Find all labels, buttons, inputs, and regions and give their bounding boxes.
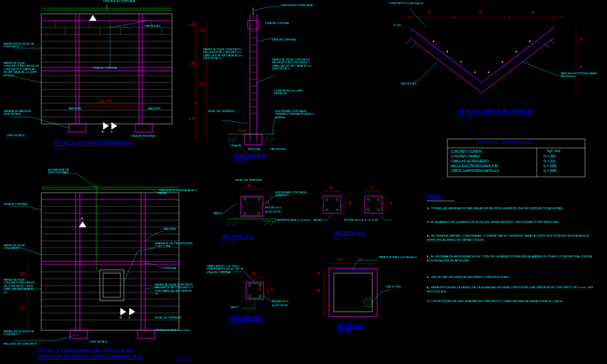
title-cc: SECCION C-C [222, 234, 253, 239]
svg-point-117 [249, 295, 251, 297]
dim-15ee: .15 [370, 186, 374, 189]
lbl-pared-bloque-conc: PARED DE BLOQUE DE CONCRETO [3, 330, 38, 336]
lbl-vernota3a: (VER NOTA 3) [7, 134, 25, 137]
detail-cuneta [399, 8, 576, 93]
svg-point-143 [433, 41, 434, 42]
svg-line-112 [270, 222, 274, 225]
tbl-unit: Kgf / cm2 [547, 149, 560, 154]
lbl-encofrar: ENCOFRAR CONTRA EL TERRENO PIEDRA PICADA… [275, 110, 318, 119]
esc-cc: ESC: 1/20 [222, 241, 236, 244]
svg-rect-29 [69, 124, 86, 132]
mat2v: f'c = 210 [544, 160, 555, 164]
dim-14b: .14 [530, 11, 534, 14]
dim-075: 0.75 [19, 306, 25, 310]
detail-2 [324, 260, 391, 317]
svg-marker-34 [89, 15, 96, 21]
lbl-piedra-b: PIEDRA PICADA #1 e=5cms [155, 329, 196, 332]
nota2: 2.- EL ACABADO DE LA PARED DE BLOQUES SE… [427, 220, 599, 224]
svg-marker-99 [129, 308, 135, 315]
svg-point-127 [337, 209, 339, 211]
nota7-text: LOS BLOQUES SE RELLENARAN EN CONCRETO Y … [431, 299, 564, 303]
lbl-4phi2: 4Ø1/2" [231, 306, 239, 309]
lbl-viga-riostra: VIGA DE RIOSTRA [131, 135, 155, 138]
esc-cuneta: ESC: 1/30 [458, 116, 472, 119]
svg-point-144 [447, 51, 448, 52]
lbl-4phi3: 4Ø5/8" [313, 219, 321, 222]
lbl-pared-desc: PARED BLOQUE CONCRETO RELLENOS DE CONCRE… [3, 62, 39, 77]
svg-point-140 [364, 299, 372, 307]
lbl-machon-r: MACHON [148, 107, 160, 110]
lbl-cuneta: CUNETA DE 5cm (VER DETALLE) [274, 89, 312, 96]
nota2-text: EL ACABADO DE LA PARED DE BLOQUES SERA D… [431, 220, 560, 224]
lbl-4phi: 4Ø1/2" [213, 212, 222, 215]
dim-20ee: .20 [328, 186, 332, 189]
esc-det2: ESC: 1/20 [337, 330, 352, 334]
esc-dd: ESC: 1/20 [231, 322, 245, 325]
dim-300-bb: 3.00 [200, 83, 206, 86]
nota5: 5.- VER NOTAS DE ESPECIFICACIONES CONSTR… [427, 275, 599, 279]
mat5: TUBOS CARPINTERIA METALICA [451, 169, 499, 174]
lbl-pared-bloque2: PARED BLOQUE CONCRETO [3, 244, 38, 250]
svg-point-105 [258, 199, 260, 201]
svg-point-148 [502, 61, 503, 63]
lbl-cerca: CERCA ELECTRIFICADA [103, 0, 135, 3]
svg-point-106 [244, 213, 246, 215]
lbl-est2: EST.Ø6.2mm. [265, 206, 299, 209]
nota3-text: SE DEBERA LIMPIAR, CONFORMAR Y COMPACTAR… [427, 234, 589, 242]
lbl-est4: EST.Ø6.2mm.@ 0.75 / 0.30 [344, 219, 406, 222]
nota6: 6.- PARA PROTEGER LA PARED DE LA HUMEDAD… [427, 286, 599, 293]
lbl-gabinete: GABINETE DE PROTECCION Y LECTURA [155, 242, 193, 248]
flag-D: D [120, 317, 122, 319]
title-machon: DETALLE DE MACHON DEL MODULO DE [38, 348, 132, 353]
dim-05dd: .05 [257, 288, 261, 291]
svg-line-152 [412, 44, 416, 48]
dim-14a: .14 [427, 11, 431, 14]
dim-20cc: .20 [246, 184, 251, 188]
lbl-encofrar2: ENCOFRAR CONTRA EL TERRENO [275, 191, 313, 197]
svg-rect-137 [329, 268, 377, 317]
svg-point-130 [378, 199, 380, 201]
section-e-e [318, 191, 392, 220]
section-b-b [194, 7, 286, 144]
lbl-viga-corona4: VIGA DE CORONA [272, 39, 296, 41]
nota1: 1.- TODAS LAS MEDIDAS ESTAN DADAS EN MET… [427, 206, 599, 211]
svg-rect-96 [138, 330, 155, 339]
mat3: CABILLAS DE REFUERZO [451, 160, 489, 164]
flag-C: C [111, 131, 113, 133]
svg-rect-128 [365, 196, 382, 213]
svg-line-58 [270, 138, 274, 142]
dim-050b-bb: 0.50 [189, 117, 195, 120]
flag-B: B [102, 131, 104, 133]
flag-C2: C [129, 317, 131, 319]
svg-line-111 [265, 222, 268, 225]
svg-point-107 [258, 213, 260, 215]
svg-point-118 [259, 295, 262, 297]
title-det2: DETALLE 2 [337, 323, 363, 328]
dim-300: 3.00 (TIP) [98, 100, 112, 103]
svg-rect-52 [248, 21, 259, 29]
dim-080-bb: 0.80 [200, 29, 206, 32]
mat3v: fy = 4200 [544, 164, 557, 169]
lbl-zapata: ZAPATA DE MACHON (VER NOTA 3) [3, 110, 36, 116]
svg-point-116 [259, 285, 262, 287]
detail-machon-modulo [11, 173, 179, 341]
nota3: 3.- SE DEBERA LIMPIAR, CONFORMAR Y COMPA… [427, 234, 599, 242]
esc-ee: ESC: 1/20 [334, 237, 348, 241]
svg-rect-123 [323, 196, 341, 213]
lbl-pared-bloque: PARED DE BLOQUE DE CONCRETO [3, 43, 39, 49]
dim-20ee2: .20 [347, 202, 351, 205]
title-dd: SECCION D-D [231, 315, 262, 320]
lbl-nivel-terr: NIVEL DE TERRENO [208, 110, 235, 113]
title-bb: SECCION B-B [234, 153, 266, 158]
svg-line-55 [227, 138, 231, 142]
dim-100: 1.00 [19, 272, 25, 275]
lbl-machon: MACHON [69, 107, 81, 110]
nota1-text: TODAS LAS MEDIDAS ESTAN DADAS EN METROS,… [431, 206, 564, 210]
lbl-riostra2: RIOSTRA [248, 148, 260, 151]
svg-rect-91 [103, 273, 120, 297]
lbl-vernota3c: VER NOTA 3 [270, 148, 286, 151]
svg-marker-35 [103, 122, 109, 129]
lbl-est3b: @.05/.10/.05 [272, 304, 303, 307]
nota6-text: PARA PROTEGER LA PARED DE LA HUMEDAD SE … [427, 286, 593, 293]
mat4: MALLA ELECTROSOLDADA A-50 [451, 164, 498, 169]
